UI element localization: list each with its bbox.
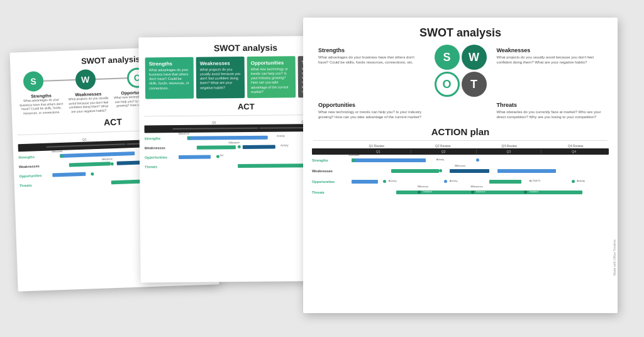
s3-circles: S W O T — [430, 45, 492, 97]
box-strengths: Strengths What advantages do your busine… — [145, 57, 194, 99]
box-opportunities: Opportunities What new technology or tre… — [247, 56, 296, 98]
s3-strengths: Strengths What advantages do your busine… — [316, 45, 427, 97]
slide3-action: ACTION plan — [303, 123, 618, 139]
slide-3: SWOT analysis Strengths What advantages … — [303, 18, 618, 313]
s3-circle-s: S — [435, 45, 460, 70]
s3-circles-bottom: O T — [435, 72, 487, 97]
s3-circles-top: S W — [435, 45, 487, 70]
label-strengths: Strengths What advantages do your busine… — [19, 93, 64, 115]
q-labels-row: Q1 Review Q2 Review Q3 Review Q4 Review — [312, 144, 609, 148]
box-weaknesses: Weaknesses What projects do you usually … — [196, 57, 245, 99]
tl3-weaknesses: Weaknesses Milestone Initiative — [312, 167, 609, 175]
s3-circle-w: W — [462, 45, 487, 70]
circle-w: W — [75, 69, 96, 90]
watermark: Made with Office Timeline — [613, 240, 616, 275]
tl3-threats: Threats Milestone Milestones Initiative … — [312, 188, 609, 197]
tl3-opportunities: Opportunities Activity Activity ACTIVITY… — [312, 177, 609, 186]
slide3-swot-grid: Strengths What advantages do your busine… — [303, 45, 618, 123]
s3-opportunities: Opportunities What new technology or tre… — [316, 99, 427, 123]
s3-threats: Threats What obstacles do you currently … — [494, 99, 606, 123]
grid-spacer — [430, 99, 492, 123]
label-weaknesses: Weaknesses What projects do you usually … — [66, 91, 111, 113]
circle-s: S — [23, 71, 44, 92]
s3-circle-t: T — [462, 72, 487, 97]
tl3-strengths: Strengths Milestone Activity — [312, 156, 609, 165]
divider3 — [313, 140, 608, 141]
connector-sw — [43, 79, 75, 82]
slide3-timeline: Q1 Review Q2 Review Q3 Review Q4 Review … — [303, 142, 618, 197]
slide3-title: SWOT analysis — [303, 18, 618, 45]
s3-circle-o: O — [435, 72, 460, 97]
s3-weaknesses: Weaknesses What projects do you usually … — [494, 45, 606, 97]
connector-wo — [96, 77, 128, 80]
